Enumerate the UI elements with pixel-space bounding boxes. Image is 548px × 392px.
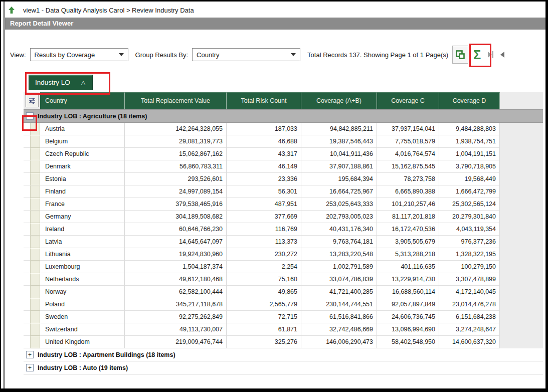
cell-coverage-c: 13,229,914,730	[377, 273, 439, 286]
table-row[interactable]: Lithuania 19,924,830,960 230,272 13,283,…	[24, 248, 543, 261]
group-indent	[24, 173, 30, 185]
cell-coverage-d: 1,938,754,751	[439, 135, 500, 148]
column-header-coverage-ab[interactable]: Coverage (A+B)	[301, 92, 377, 109]
navigate-up-icon[interactable]	[7, 6, 16, 15]
last-page-icon[interactable]	[488, 51, 493, 58]
cell-total-replacement-value: 293,526,601	[125, 173, 227, 185]
cell-total-replacement-value: 1,504,187,374	[125, 261, 227, 273]
table-row[interactable]: Belgium 29,081,319,773 46,688 19,387,546…	[24, 135, 543, 148]
row-indicator[interactable]	[30, 185, 40, 198]
row-indicator[interactable]	[30, 261, 40, 273]
field-chooser-button[interactable]	[26, 94, 39, 107]
table-row[interactable]: Switzerland 49,113,730,007 61,871 32,742…	[24, 323, 543, 336]
cell-coverage-d: 6,151,684,238	[439, 311, 500, 323]
group-row-label: Industry LOB : Agriculture (18 items)	[38, 113, 147, 120]
column-header-total-replacement-value[interactable]: Total Replacement Value	[125, 92, 227, 109]
table-row[interactable]: Czech Republic 15,062,867,162 43,317 10,…	[24, 148, 543, 160]
row-indicator[interactable]	[30, 223, 40, 236]
table-row[interactable]: France 379,538,465,916 487,951 253,025,6…	[24, 198, 543, 211]
cell-country: Luxembourg	[40, 261, 125, 273]
table-row[interactable]: Sweden 92,275,262,849 72,715 61,516,841,…	[24, 311, 543, 323]
records-summary: Total Records 137. Showing Page 1 of 1 P…	[307, 51, 448, 59]
column-header-coverage-c[interactable]: Coverage C	[377, 92, 439, 109]
cell-coverage-ab: 202,793,005,023	[301, 211, 377, 223]
cell-coverage-ab: 94,842,885,211	[301, 123, 377, 135]
expand-group-button[interactable]: +	[26, 364, 34, 371]
table-row[interactable]: Norway 62,582,100,444 49,865 41,721,400,…	[24, 286, 543, 298]
table-row[interactable]: Germany 304,189,508,682 377,669 202,793,…	[24, 211, 543, 223]
expand-group-button[interactable]: +	[26, 351, 34, 358]
tab-industry-lob[interactable]: Industry LO △	[29, 75, 93, 90]
cell-country: Belgium	[40, 135, 125, 148]
cell-coverage-d: 3,307,478,899	[439, 273, 500, 286]
row-indicator[interactable]	[30, 211, 40, 223]
cell-total-risk-count: 75,160	[227, 273, 301, 286]
cell-country: Norway	[40, 286, 125, 298]
table-row[interactable]: Ireland 60,646,766,230 116,769 40,431,17…	[24, 223, 543, 236]
sort-ascending-icon[interactable]: △	[81, 79, 85, 86]
cell-coverage-c: 58,402,548,950	[377, 336, 439, 348]
chevron-down-icon	[119, 53, 124, 56]
cell-total-replacement-value: 56,860,783,311	[125, 160, 227, 173]
row-indicator[interactable]	[30, 323, 40, 336]
cell-total-risk-count: 116,769	[227, 223, 301, 236]
group-indent	[24, 123, 30, 135]
tab-strip: Industry LO △	[29, 75, 545, 90]
table-row[interactable]: Poland 345,217,118,678 2,565,779 230,144…	[24, 298, 543, 311]
table-row[interactable]: United Kingdom 219,009,476,744 325,276 1…	[24, 336, 543, 348]
row-indicator[interactable]	[30, 236, 40, 248]
data-grid: Country Total Replacement Value Total Ri…	[24, 92, 543, 374]
summary-sigma-button[interactable]: Σ	[473, 49, 481, 61]
cell-coverage-ab: 9,763,764,181	[301, 236, 377, 248]
table-row[interactable]: Luxembourg 1,504,187,374 2,254 1,002,791…	[24, 261, 543, 273]
row-indicator[interactable]	[30, 336, 40, 348]
cell-total-risk-count: 187,033	[227, 123, 301, 135]
cell-coverage-d: 23,014,476,278	[439, 298, 500, 311]
group-by-dropdown[interactable]: Country	[192, 48, 300, 61]
group-indent	[24, 223, 30, 236]
cell-country: Lithuania	[40, 248, 125, 261]
column-header-coverage-d[interactable]: Coverage D	[439, 92, 500, 109]
cell-coverage-d: 976,377,236	[439, 236, 500, 248]
row-indicator[interactable]	[30, 248, 40, 261]
cell-total-risk-count: 325,276	[227, 336, 301, 348]
cell-country: Poland	[40, 298, 125, 311]
row-indicator[interactable]	[30, 286, 40, 298]
toolbar: View: Results by Coverage Group Results …	[10, 46, 545, 64]
table-row[interactable]: Netherlands 49,612,180,468 75,160 33,074…	[24, 273, 543, 286]
group-row-agriculture: − Industry LOB : Agriculture (18 items)	[24, 109, 543, 123]
view-dropdown[interactable]: Results by Coverage	[30, 48, 128, 61]
cell-country: United Kingdom	[40, 336, 125, 348]
cell-country: Switzerland	[40, 323, 125, 336]
cell-total-risk-count: 23,336	[227, 173, 301, 185]
table-row[interactable]: Latvia 14,645,647,097 113,373 9,763,764,…	[24, 236, 543, 248]
table-row[interactable]: Estonia 293,526,601 23,336 195,684,394 7…	[24, 173, 543, 185]
cell-coverage-c: 101,210,257,46	[377, 198, 439, 211]
report-window: view1 - Data Quality Analysis Carol > Re…	[0, 0, 548, 392]
group-indent	[24, 135, 30, 148]
row-indicator[interactable]	[30, 123, 40, 135]
previous-page-icon[interactable]	[500, 52, 504, 58]
row-indicator[interactable]	[30, 148, 40, 160]
group-row-label: Industry LOB : Auto (19 items)	[38, 364, 128, 371]
export-report-button[interactable]	[452, 46, 468, 64]
column-header-country[interactable]: Country	[40, 92, 125, 109]
row-indicator[interactable]	[30, 160, 40, 173]
row-indicator[interactable]	[30, 173, 40, 185]
row-indicator[interactable]	[30, 198, 40, 211]
cell-coverage-c: 3,905,505,679	[377, 236, 439, 248]
table-row[interactable]: Denmark 56,860,783,311 46,149 37,907,188…	[24, 160, 543, 173]
cell-total-replacement-value: 304,189,508,682	[125, 211, 227, 223]
row-indicator[interactable]	[30, 273, 40, 286]
row-indicator[interactable]	[30, 311, 40, 323]
column-header-total-risk-count[interactable]: Total Risk Count	[227, 92, 301, 109]
cell-total-risk-count: 72,715	[227, 311, 301, 323]
cell-total-replacement-value: 49,612,180,468	[125, 273, 227, 286]
cell-coverage-d: 14,600,637,320	[439, 336, 500, 348]
table-row[interactable]: Finland 24,997,089,154 56,301 16,664,725…	[24, 185, 543, 198]
table-row[interactable]: Austria 142,264,328,055 187,033 94,842,8…	[24, 123, 543, 135]
collapse-group-button[interactable]: −	[26, 112, 34, 120]
row-indicator[interactable]	[30, 135, 40, 148]
cell-total-replacement-value: 49,113,730,007	[125, 323, 227, 336]
row-indicator[interactable]	[30, 298, 40, 311]
